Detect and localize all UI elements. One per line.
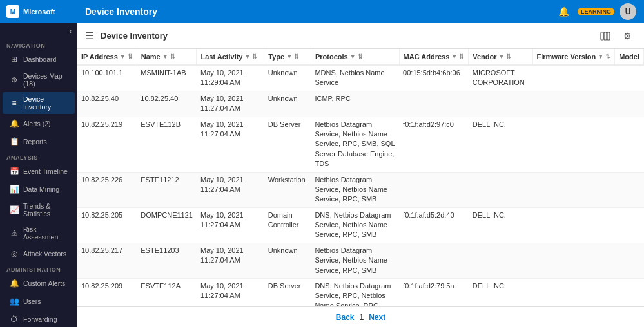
cell-mac [399, 243, 469, 278]
cell-model [615, 91, 644, 117]
topbar: Device Inventory 🔔 LEARNING U [77, 0, 644, 23]
table-row[interactable]: 10.82.25.205 DOMPCNE1121 May 10, 2021 11… [77, 207, 644, 243]
sidebar-item-users[interactable]: 👥 Users [3, 293, 75, 310]
sidebar-item-alerts[interactable]: 🔔 Alerts (2) [3, 115, 75, 132]
table-row[interactable]: 10.82.25.40 10.82.25.40 May 10, 2021 11:… [77, 91, 644, 117]
table-row[interactable]: 10.82.25.217 ESTE11203 May 10, 2021 11:2… [77, 243, 644, 278]
ip-sort-icon[interactable]: ⇅ [128, 53, 133, 60]
columns-button[interactable] [596, 27, 614, 45]
cell-protocols: DNS, Netbios Datagram Service, Netbios N… [311, 207, 399, 243]
sidebar-item-attack-vectors-label: Attack Vectors [23, 250, 66, 257]
sidebar-item-event-timeline-label: Event Timeline [23, 167, 68, 175]
device-inventory-icon: ≡ [9, 98, 19, 108]
user-avatar[interactable]: U [620, 3, 636, 20]
cell-firmware [532, 117, 615, 172]
col-type: Type ▼ ⇅ [264, 49, 311, 65]
navigation-section-label: NAVIGATION [0, 39, 77, 50]
vendor-filter-icon[interactable]: ▼ [499, 53, 505, 60]
sidebar-item-custom-alerts[interactable]: 🔔 Custom Alerts [3, 275, 75, 292]
cell-protocols: Netbios Datagram Service, Netbios Name S… [311, 172, 399, 207]
vendor-sort-icon[interactable]: ⇅ [506, 53, 511, 60]
sidebar-item-device-inventory[interactable]: ≡ Device Inventory [3, 92, 75, 114]
cell-ip: 10.82.25.209 [77, 279, 137, 306]
table-row[interactable]: 10.82.25.209 ESVTE112A May 10, 2021 11:2… [77, 279, 644, 306]
notifications-icon[interactable]: 🔔 [554, 3, 572, 21]
sidebar-item-attack-vectors[interactable]: ◎ Attack Vectors [3, 245, 75, 262]
sidebar-logo-text: Microsoft [23, 8, 55, 15]
mac-sort-icon[interactable]: ⇅ [459, 53, 464, 60]
table-row[interactable]: 10.100.101.1 MSMINIT-1AB May 10, 2021 11… [77, 65, 644, 91]
sidebar-item-dashboard[interactable]: ⊞ Dashboard [3, 51, 75, 68]
main-area: Device Inventory 🔔 LEARNING U ☰ Device I… [77, 0, 644, 327]
cell-ip: 10.82.25.217 [77, 243, 137, 278]
pagination: Back 1 Next [336, 313, 385, 322]
cell-type: Unknown [264, 65, 311, 91]
cell-model [615, 117, 644, 172]
table-row[interactable]: 10.82.25.219 ESVTE112B May 10, 2021 11:2… [77, 117, 644, 172]
sidebar-item-data-mining-label: Data Mining [23, 185, 59, 193]
data-mining-icon: 📊 [9, 184, 19, 194]
device-table: IP Address ▼ ⇅ Name ▼ ⇅ [77, 49, 644, 306]
cell-mac: f0:1f:af:d2:79:5a [399, 279, 469, 306]
cell-last-activity: May 10, 2021 11:27:04 AM [197, 91, 264, 117]
content-header: ☰ Device Inventory ⚙ [77, 23, 644, 49]
sidebar-item-trends[interactable]: 📈 Trends & Statistics [3, 199, 75, 221]
sidebar-item-users-label: Users [23, 297, 41, 305]
cell-mac [399, 91, 469, 117]
type-filter-icon[interactable]: ▼ [286, 53, 292, 60]
last-activity-filter-icon[interactable]: ▼ [245, 53, 251, 60]
sidebar-item-risk-label: Risk Assessment [23, 225, 68, 241]
custom-alerts-icon: 🔔 [9, 278, 19, 288]
ip-filter-icon[interactable]: ▼ [120, 53, 126, 60]
back-page-button[interactable]: Back [336, 313, 355, 322]
last-activity-sort-icon[interactable]: ⇅ [252, 53, 257, 60]
sidebar-item-data-mining[interactable]: 📊 Data Mining [3, 181, 75, 198]
learning-badge: LEARNING [578, 8, 614, 15]
type-sort-icon[interactable]: ⇅ [294, 53, 299, 60]
firmware-filter-icon[interactable]: ▼ [598, 53, 603, 60]
cell-mac: f0:1f:af:d2:97:c0 [399, 117, 469, 172]
svg-rect-1 [604, 32, 607, 40]
cell-name: MSMINIT-1AB [137, 65, 197, 91]
col-model: Model [615, 49, 644, 65]
protocols-filter-icon[interactable]: ▼ [350, 53, 356, 60]
cell-last-activity: May 10, 2021 11:29:04 AM [197, 65, 264, 91]
cell-ip: 10.100.101.1 [77, 65, 137, 91]
dashboard-icon: ⊞ [9, 54, 19, 64]
name-filter-icon[interactable]: ▼ [162, 53, 168, 60]
next-page-button[interactable]: Next [369, 313, 385, 322]
table-body: 10.100.101.1 MSMINIT-1AB May 10, 2021 11… [77, 65, 644, 306]
content-header-actions: ⚙ [596, 27, 636, 45]
cell-firmware [532, 243, 615, 278]
cell-firmware [532, 207, 615, 243]
cell-model [615, 172, 644, 207]
sidebar-item-forwarding[interactable]: ⏱ Forwarding [3, 311, 75, 327]
sidebar-item-trends-label: Trends & Statistics [23, 202, 68, 218]
col-ip-address: IP Address ▼ ⇅ [77, 49, 137, 65]
sidebar-item-event-timeline[interactable]: 📅 Event Timeline [3, 163, 75, 180]
cell-ip: 10.82.25.40 [77, 91, 137, 117]
administration-section-label: ADMINISTRATION [0, 263, 77, 274]
table-row[interactable]: 10.82.25.226 ESTE11212 May 10, 2021 11:2… [77, 172, 644, 207]
cell-vendor [469, 172, 532, 207]
mac-filter-icon[interactable]: ▼ [451, 53, 457, 60]
cell-ip: 10.82.25.205 [77, 207, 137, 243]
menu-icon[interactable]: ☰ [85, 30, 94, 42]
sidebar-item-forwarding-label: Forwarding [23, 315, 57, 323]
table-footer: Back 1 Next [77, 306, 644, 327]
name-sort-icon[interactable]: ⇅ [170, 53, 175, 60]
sidebar-item-reports[interactable]: 📋 Reports [3, 133, 75, 150]
firmware-sort-icon[interactable]: ⇅ [605, 53, 610, 60]
trends-icon: 📈 [9, 205, 19, 215]
cell-firmware [532, 65, 615, 91]
sidebar-item-risk-assessment[interactable]: ⚠ Risk Assessment [3, 222, 75, 244]
sidebar-item-devices-map-label: Devices Map (18) [23, 72, 68, 88]
cell-last-activity: May 10, 2021 11:27:04 AM [197, 243, 264, 278]
sidebar-item-devices-map[interactable]: ⊕ Devices Map (18) [3, 69, 75, 91]
col-name: Name ▼ ⇅ [137, 49, 197, 65]
protocols-sort-icon[interactable]: ⇅ [358, 53, 363, 60]
back-button[interactable]: ‹ [69, 26, 72, 36]
cell-firmware [532, 91, 615, 117]
settings-button[interactable]: ⚙ [618, 27, 636, 45]
cell-model [615, 207, 644, 243]
